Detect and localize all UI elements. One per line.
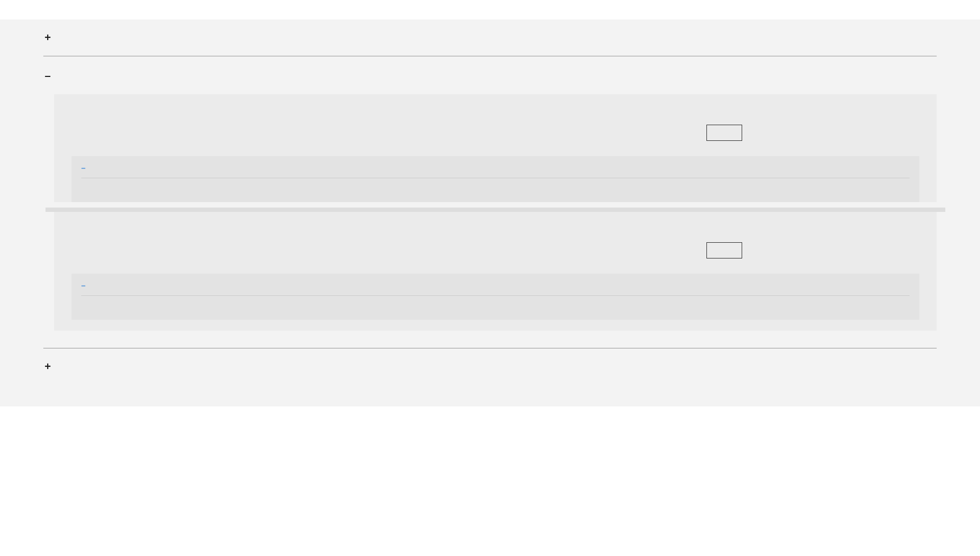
- minus-icon: –: [43, 69, 52, 82]
- meta-revision: [74, 125, 284, 127]
- meta-row: [74, 125, 917, 141]
- accordion-body-ubuntu: –: [43, 94, 937, 331]
- download-col: [706, 125, 917, 141]
- accordion-ubuntu: –: [43, 56, 937, 348]
- download-button[interactable]: [706, 125, 742, 141]
- details-header[interactable]: –: [81, 281, 910, 296]
- details-links: [81, 296, 910, 309]
- minus-icon: –: [81, 281, 86, 290]
- minus-icon: –: [81, 164, 86, 172]
- driver-card: –: [54, 212, 937, 331]
- accordion-header-sled[interactable]: +: [43, 360, 937, 373]
- meta-row: [74, 242, 917, 258]
- meta-revision: [74, 242, 284, 244]
- meta-filesize: [284, 242, 495, 244]
- card-divider: [46, 208, 945, 212]
- meta-filesize: [284, 125, 495, 127]
- minus-icon: –: [43, 68, 52, 82]
- download-col: [706, 242, 917, 258]
- details-links: [81, 178, 910, 191]
- accordion-header-rhel[interactable]: +: [43, 31, 937, 44]
- download-button[interactable]: [706, 242, 742, 258]
- plus-icon: +: [43, 31, 52, 44]
- main-content: + –: [0, 20, 980, 406]
- details-panel: –: [72, 156, 919, 202]
- accordion-header-ubuntu[interactable]: –: [43, 68, 937, 82]
- top-nav: [0, 0, 980, 20]
- details-panel: –: [72, 274, 919, 320]
- meta-date: [496, 242, 706, 244]
- accordion-rhel: +: [43, 20, 937, 56]
- plus-icon: +: [43, 360, 52, 373]
- meta-date: [496, 125, 706, 127]
- driver-card: –: [54, 94, 937, 202]
- accordion-sled: +: [43, 348, 937, 385]
- details-header[interactable]: –: [81, 164, 910, 178]
